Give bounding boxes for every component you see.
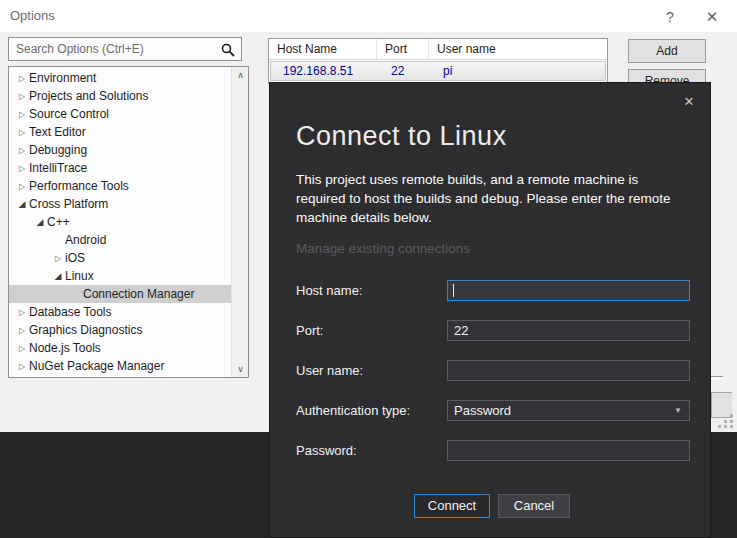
tree-item-label: C++	[47, 215, 70, 229]
help-icon[interactable]: ?	[655, 6, 685, 28]
tree-item-environment[interactable]: ▷Environment	[9, 69, 231, 87]
tree-item-graphics-diagnostics[interactable]: ▷Graphics Diagnostics	[9, 321, 231, 339]
tree-item-label: Connection Manager	[83, 287, 194, 301]
port-input[interactable]	[448, 321, 689, 340]
manage-existing-connections-link[interactable]: Manage existing connections	[296, 241, 470, 256]
authentication-type-label: Authentication type:	[296, 403, 410, 418]
tree-item-label: Debugging	[29, 143, 87, 157]
column-header-host-name[interactable]: Host Name	[269, 39, 377, 59]
options-tree: ▷Environment ▷Projects and Solutions ▷So…	[8, 66, 249, 378]
tree-item-label: Cross Platform	[29, 197, 108, 211]
connect-to-linux-dialog: ✕ Connect to Linux This project uses rem…	[269, 82, 711, 538]
options-titlebar: Options ? ✕	[0, 0, 737, 32]
tree-item-label: Python Tools	[29, 377, 98, 378]
dialog-description: This project uses remote builds, and a r…	[296, 170, 682, 227]
tree-item-label: NuGet Package Manager	[29, 359, 164, 373]
tree-item-label: Source Control	[29, 107, 109, 121]
tree-item-label: Performance Tools	[29, 179, 129, 193]
expander-collapsed-icon[interactable]: ▷	[15, 362, 29, 371]
dropdown-selected-value: Password	[448, 403, 511, 418]
tree-item-nodejs-tools[interactable]: ▷Node.js Tools	[9, 339, 231, 357]
tree-item-debugging[interactable]: ▷Debugging	[9, 141, 231, 159]
chevron-down-icon: ▼	[674, 406, 689, 415]
tree-item-label: Graphics Diagnostics	[29, 323, 142, 337]
cell-host-name: 192.168.8.51	[271, 62, 379, 80]
expander-collapsed-icon[interactable]: ▷	[15, 182, 29, 191]
host-name-field-wrap	[447, 280, 690, 301]
tree-item-label: Projects and Solutions	[29, 89, 148, 103]
column-header-user-name[interactable]: User name	[429, 39, 607, 59]
password-label: Password:	[296, 443, 357, 458]
expander-collapsed-icon[interactable]: ▷	[15, 326, 29, 335]
scroll-down-icon[interactable]: ∨	[232, 361, 249, 377]
expander-collapsed-icon[interactable]: ▷	[51, 254, 65, 263]
user-name-field-wrap	[447, 360, 690, 381]
scroll-up-icon[interactable]: ∧	[232, 67, 249, 83]
host-name-label: Host name:	[296, 283, 362, 298]
tree-item-label: IntelliTrace	[29, 161, 87, 175]
tree-item-cross-platform[interactable]: ◢Cross Platform	[9, 195, 231, 213]
cancel-button[interactable]: Cancel	[498, 494, 570, 518]
expander-collapsed-icon[interactable]: ▷	[15, 74, 29, 83]
search-icon	[220, 42, 236, 58]
tree-item-connection-manager[interactable]: Connection Manager	[9, 285, 231, 303]
tree-scrollbar[interactable]: ∧ ∨	[231, 67, 248, 377]
port-field-wrap	[447, 320, 690, 341]
tree-item-android[interactable]: Android	[9, 231, 231, 249]
tree-item-cpp[interactable]: ◢C++	[9, 213, 231, 231]
password-input[interactable]	[448, 441, 689, 460]
cell-user-name: pi	[431, 62, 605, 80]
window-title: Options	[10, 8, 55, 23]
table-row[interactable]: 192.168.8.51 22 pi	[270, 61, 606, 81]
password-field-wrap	[447, 440, 690, 461]
search-box	[8, 37, 242, 61]
cell-port: 22	[379, 62, 431, 80]
text-caret	[453, 284, 454, 297]
dialog-title: Connect to Linux	[296, 121, 507, 152]
add-button[interactable]: Add	[628, 39, 706, 63]
expander-collapsed-icon[interactable]: ▷	[15, 344, 29, 353]
port-label: Port:	[296, 323, 323, 338]
tree-item-label: Android	[65, 233, 106, 247]
expander-expanded-icon[interactable]: ◢	[15, 199, 29, 209]
expander-collapsed-icon[interactable]: ▷	[15, 128, 29, 137]
expander-collapsed-icon[interactable]: ▷	[15, 146, 29, 155]
tree-item-label: Environment	[29, 71, 96, 85]
user-name-input[interactable]	[448, 361, 689, 380]
expander-collapsed-icon[interactable]: ▷	[15, 164, 29, 173]
partial-ui-fragment	[711, 376, 723, 380]
column-header-port[interactable]: Port	[377, 39, 429, 59]
tree-item-label: Database Tools	[29, 305, 112, 319]
expander-expanded-icon[interactable]: ◢	[51, 271, 65, 281]
connect-button[interactable]: Connect	[414, 494, 490, 518]
tree-item-projects-and-solutions[interactable]: ▷Projects and Solutions	[9, 87, 231, 105]
tree-item-database-tools[interactable]: ▷Database Tools	[9, 303, 231, 321]
expander-collapsed-icon[interactable]: ▷	[15, 308, 29, 317]
expander-expanded-icon[interactable]: ◢	[33, 217, 47, 227]
host-name-input[interactable]	[448, 281, 689, 300]
grid-header: Host Name Port User name	[269, 39, 607, 60]
tree-item-text-editor[interactable]: ▷Text Editor	[9, 123, 231, 141]
tree-item-label: Node.js Tools	[29, 341, 101, 355]
tree-item-performance-tools[interactable]: ▷Performance Tools	[9, 177, 231, 195]
tree-item-source-control[interactable]: ▷Source Control	[9, 105, 231, 123]
tree-item-label: Linux	[65, 269, 94, 283]
expander-collapsed-icon[interactable]: ▷	[15, 92, 29, 101]
user-name-label: User name:	[296, 363, 363, 378]
close-icon[interactable]: ✕	[676, 91, 702, 113]
resize-grip[interactable]	[718, 414, 734, 428]
tree-item-intellitrace[interactable]: ▷IntelliTrace	[9, 159, 231, 177]
tree-item-nuget-package-manager[interactable]: ▷NuGet Package Manager	[9, 357, 231, 375]
close-icon[interactable]: ✕	[697, 6, 727, 28]
tree-item-label: Text Editor	[29, 125, 86, 139]
tree-item-python-tools[interactable]: ▷Python Tools	[9, 375, 231, 378]
tree-item-linux[interactable]: ◢Linux	[9, 267, 231, 285]
connections-grid: Host Name Port User name 192.168.8.51 22…	[268, 38, 608, 84]
tree-list: ▷Environment ▷Projects and Solutions ▷So…	[9, 69, 231, 378]
tree-item-label: iOS	[65, 251, 85, 265]
tree-item-ios[interactable]: ▷iOS	[9, 249, 231, 267]
search-input[interactable]	[9, 38, 241, 60]
authentication-type-dropdown[interactable]: Password ▼	[447, 400, 690, 421]
expander-collapsed-icon[interactable]: ▷	[15, 110, 29, 119]
